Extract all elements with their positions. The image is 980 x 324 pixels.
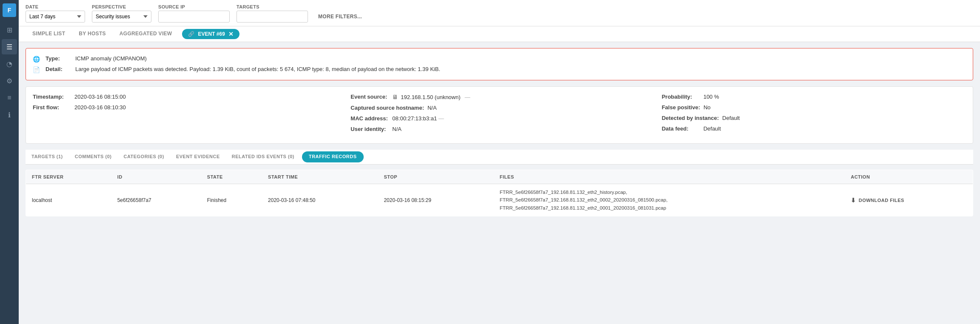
data-feed-value: Default xyxy=(704,125,721,132)
cell-start-time: 2020-03-16 07:48:50 xyxy=(262,184,378,216)
comments-badge: (0) xyxy=(105,154,111,159)
detected-by-value: Default xyxy=(722,115,740,121)
user-identity-label: User identity: xyxy=(350,126,389,132)
probability-label: Probability: xyxy=(662,94,700,100)
download-icon: ⬇ xyxy=(851,197,856,204)
col-header-ftr-server: FTR SERVER xyxy=(26,170,111,184)
sub-tab-traffic-records[interactable]: TRAFFIC RECORDS xyxy=(302,151,364,162)
source-ip-label: Source IP xyxy=(158,4,230,9)
more-filters-button[interactable]: MORE FILTERS... xyxy=(315,11,365,23)
detected-by-label: Detected by instance: xyxy=(662,115,719,121)
false-positive-label: False positive: xyxy=(662,104,700,111)
tab-event-close-icon[interactable]: ✕ xyxy=(228,31,234,37)
sub-tab-comments[interactable]: COMMENTS (0) xyxy=(69,150,118,164)
table-row: localhost 5e6f26658f7a7 Finished 2020-03… xyxy=(26,184,973,216)
date-select[interactable]: Last 7 days xyxy=(26,11,85,23)
cell-id: 5e6f26658f7a7 xyxy=(111,184,201,216)
user-identity-value: N/A xyxy=(392,126,402,132)
timestamp-row: Timestamp: 2020-03-16 08:15:00 xyxy=(33,94,337,100)
detected-by-row: Detected by instance: Default xyxy=(662,115,959,121)
source-ip-filter-group: Source IP xyxy=(158,4,230,23)
event-source-row: Event source: 🖥 192.168.1.50 (unknown) — xyxy=(350,94,648,100)
files-value: FTRR_5e6f26658f7a7_192.168.81.132_eth2_h… xyxy=(500,188,839,212)
tab-aggregated-view[interactable]: AGGREGATED VIEW xyxy=(113,26,179,42)
info-icon[interactable]: ℹ xyxy=(2,107,17,122)
col-header-state: STATE xyxy=(201,170,262,184)
user-identity-row: User identity: N/A xyxy=(350,126,648,132)
cell-files: FTRR_5e6f26658f7a7_192.168.81.132_eth2_h… xyxy=(494,184,845,216)
date-filter-group: Date Last 7 days xyxy=(26,4,85,23)
timestamp-label: Timestamp: xyxy=(33,94,71,100)
data-feed-row: Data feed: Default xyxy=(662,125,959,132)
cell-stop: 2020-03-16 08:15:29 xyxy=(378,184,493,216)
event-source-value: 🖥 192.168.1.50 (unknown) — xyxy=(392,94,470,100)
source-ip-input[interactable] xyxy=(158,11,230,23)
grid-icon[interactable]: ⊞ xyxy=(2,22,17,37)
targets-label: Targets xyxy=(236,4,308,9)
targets-filter-group: Targets xyxy=(236,4,308,23)
event-detail-row: 📄 Detail: Large payload of ICMP packets … xyxy=(33,64,966,75)
link-icon: 🔗 xyxy=(188,31,194,37)
document-icon[interactable]: ≡ xyxy=(2,90,17,105)
gear-icon[interactable]: ⚙ xyxy=(2,73,17,88)
list-icon[interactable]: ☰ xyxy=(2,39,17,54)
related-ids-badge: (0) xyxy=(288,154,294,159)
sub-tab-event-evidence[interactable]: EVENT EVIDENCE xyxy=(170,150,226,164)
mac-value: 08:00:27:13:b3:a1 — xyxy=(392,115,444,122)
targets-badge: (1) xyxy=(57,154,63,159)
download-files-button[interactable]: ⬇ DOWNLOAD FILES xyxy=(851,197,904,204)
data-feed-label: Data feed: xyxy=(662,125,700,132)
type-label: Type: xyxy=(46,55,71,62)
main-content: Date Last 7 days Perspective Security is… xyxy=(19,0,980,324)
event-card: 🌐 Type: ICMP anomaly (ICMPANOM) 📄 Detail… xyxy=(26,48,973,80)
sidebar-logo[interactable]: F xyxy=(3,3,16,17)
details-col-3: Probability: 100 % False positive: No De… xyxy=(655,94,966,136)
categories-badge: (0) xyxy=(158,154,164,159)
false-positive-value: No xyxy=(704,104,711,111)
filter-bar: Date Last 7 days Perspective Security is… xyxy=(19,0,980,26)
probability-value: 100 % xyxy=(704,94,719,100)
col-header-id: ID xyxy=(111,170,201,184)
mac-label: MAC address: xyxy=(350,115,389,122)
event-source-label: Event source: xyxy=(350,94,389,100)
details-section: Timestamp: 2020-03-16 08:15:00 First flo… xyxy=(26,86,973,144)
tab-bar: SIMPLE LIST BY HOSTS AGGREGATED VIEW 🔗 E… xyxy=(19,26,980,42)
timestamp-value: 2020-03-16 08:15:00 xyxy=(74,94,126,100)
sub-tab-targets[interactable]: TARGETS (1) xyxy=(26,150,69,164)
col-header-action: ACTION xyxy=(845,170,973,184)
detail-value: Large payload of ICMP packets was detect… xyxy=(75,66,440,72)
first-flow-label: First flow: xyxy=(33,104,71,111)
perspective-filter-group: Perspective Security issues xyxy=(92,4,151,23)
hostname-label: Captured source hostname: xyxy=(350,105,424,111)
tab-event[interactable]: 🔗 EVENT #69 ✕ xyxy=(182,29,239,39)
sub-tab-bar: TARGETS (1) COMMENTS (0) CATEGORIES (0) … xyxy=(26,150,973,165)
traffic-records-table: FTR SERVER ID STATE START TIME STOP FILE… xyxy=(26,170,973,216)
cell-action: ⬇ DOWNLOAD FILES xyxy=(845,184,973,216)
hostname-value: N/A xyxy=(427,105,437,111)
probability-row: Probability: 100 % xyxy=(662,94,959,100)
col-header-start-time: START TIME xyxy=(262,170,378,184)
date-label: Date xyxy=(26,4,85,9)
sub-tab-categories[interactable]: CATEGORIES (0) xyxy=(117,150,170,164)
globe-icon: 🌐 xyxy=(33,56,41,63)
cell-ftr-server: localhost xyxy=(26,184,111,216)
first-flow-value: 2020-03-16 08:10:30 xyxy=(74,104,126,111)
monitor-icon: 🖥 xyxy=(392,94,398,100)
type-value: ICMP anomaly (ICMPANOM) xyxy=(75,55,147,62)
false-positive-row: False positive: No xyxy=(662,104,959,111)
tab-event-label: EVENT #69 xyxy=(198,31,225,37)
separator: — xyxy=(465,94,470,100)
tab-simple-list[interactable]: SIMPLE LIST xyxy=(26,26,72,42)
sub-tab-related-ids[interactable]: RELATED IDS EVENTS (0) xyxy=(226,150,300,164)
perspective-label: Perspective xyxy=(92,4,151,9)
mac-row: MAC address: 08:00:27:13:b3:a1 — xyxy=(350,115,648,122)
col-header-files: FILES xyxy=(494,170,845,184)
download-label: DOWNLOAD FILES xyxy=(859,198,904,203)
clock-icon[interactable]: ◔ xyxy=(2,56,17,71)
details-grid: Timestamp: 2020-03-16 08:15:00 First flo… xyxy=(33,94,966,136)
tab-by-hosts[interactable]: BY HOSTS xyxy=(72,26,113,42)
targets-input[interactable] xyxy=(236,11,308,23)
event-type-row: 🌐 Type: ICMP anomaly (ICMPANOM) xyxy=(33,54,966,64)
perspective-select[interactable]: Security issues xyxy=(92,11,151,23)
col-header-stop: STOP xyxy=(378,170,493,184)
